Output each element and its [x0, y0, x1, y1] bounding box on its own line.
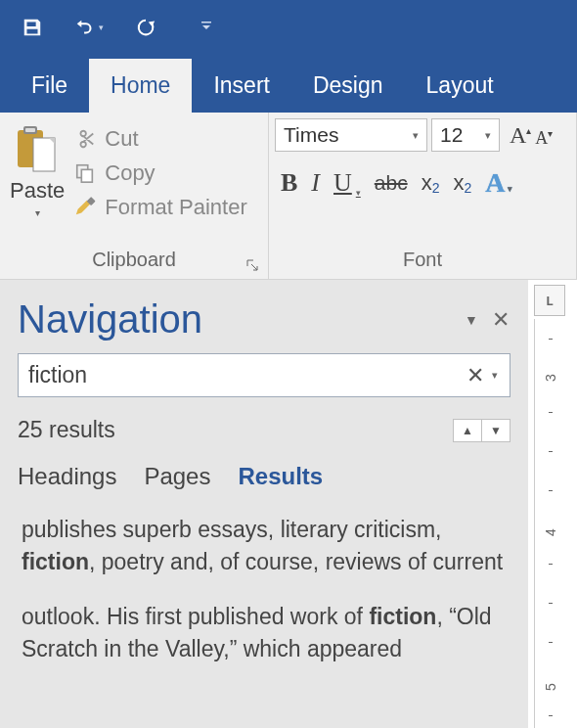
search-result-item[interactable]: publishes superb essays, literary critic… — [18, 514, 510, 579]
chevron-down-icon: ▾ — [508, 184, 512, 194]
clipboard-dialog-launcher[interactable] — [246, 257, 260, 271]
paste-button[interactable]: Paste ▾ — [10, 120, 65, 244]
nav-tab-results[interactable]: Results — [238, 463, 323, 490]
chevron-down-icon: ▾ — [356, 188, 361, 198]
redo-button[interactable] — [128, 10, 163, 45]
cut-button[interactable]: Cut — [74, 126, 247, 152]
undo-dropdown[interactable]: ▾ — [99, 23, 111, 32]
chevron-down-icon: ▾ — [485, 129, 491, 142]
vertical-ruler[interactable]: 3 4 5 — [534, 319, 565, 728]
text-effects-button[interactable]: A▾ — [485, 167, 512, 199]
format-painter-label: Format Painter — [105, 195, 247, 220]
clipboard-group-label: Clipboard — [0, 244, 268, 279]
svg-rect-0 — [33, 22, 35, 25]
superscript-button[interactable]: x2 — [453, 170, 471, 196]
save-icon — [22, 17, 43, 38]
chevron-down-icon — [200, 21, 212, 32]
navigation-close-button[interactable]: ✕ — [491, 307, 510, 333]
font-name-select[interactable]: Times ▾ — [275, 118, 427, 152]
search-box[interactable]: ✕ ▾ — [18, 353, 510, 397]
svg-rect-4 — [25, 128, 35, 132]
subscript-button[interactable]: x2 — [422, 170, 440, 196]
font-name-value: Times — [284, 123, 411, 147]
navigation-pane: Navigation ▼ ✕ ✕ ▾ 25 results ▲ ▼ Headin… — [0, 280, 528, 728]
copy-label: Copy — [105, 160, 155, 186]
launcher-icon — [246, 259, 258, 271]
clear-search-button[interactable]: ✕ — [461, 363, 490, 388]
underline-button[interactable]: U▾ — [333, 168, 361, 198]
svg-rect-5 — [33, 138, 55, 171]
nav-tab-headings[interactable]: Headings — [18, 463, 116, 490]
undo-icon — [74, 17, 96, 38]
results-count: 25 results — [18, 417, 453, 443]
paste-dropdown[interactable]: ▾ — [35, 207, 40, 218]
paste-label: Paste — [10, 178, 65, 204]
copy-icon — [74, 162, 96, 184]
group-clipboard: Paste ▾ Cut Copy Format Painter Clipboar… — [0, 113, 269, 279]
tab-design[interactable]: Design — [291, 59, 405, 113]
search-result-item[interactable]: outlook. His first published work of fic… — [18, 601, 510, 666]
ribbon-body: Paste ▾ Cut Copy Format Painter Clipboar… — [0, 113, 577, 280]
search-results-list: publishes superb essays, literary critic… — [18, 514, 510, 665]
tab-selector[interactable]: L — [534, 285, 565, 316]
next-result-button[interactable]: ▼ — [481, 419, 510, 442]
navigation-title: Navigation — [18, 297, 452, 341]
font-size-value: 12 — [440, 123, 483, 147]
nav-tab-pages[interactable]: Pages — [144, 463, 210, 490]
copy-button[interactable]: Copy — [74, 160, 247, 186]
search-options-dropdown[interactable]: ▾ — [490, 369, 500, 382]
group-font: Times ▾ 12 ▾ A▴ A▾ B I U▾ abc x2 x2 — [269, 113, 577, 279]
previous-result-button[interactable]: ▲ — [453, 419, 482, 442]
bold-button[interactable]: B — [281, 168, 297, 198]
font-size-select[interactable]: 12 ▾ — [431, 118, 500, 152]
tab-home[interactable]: Home — [89, 59, 192, 113]
shrink-font-button[interactable]: A▾ — [535, 128, 553, 149]
svg-rect-7 — [82, 169, 93, 182]
grow-font-button[interactable]: A▴ — [510, 122, 531, 149]
font-group-label: Font — [269, 244, 576, 279]
format-painter-button[interactable]: Format Painter — [74, 195, 247, 220]
paste-icon — [16, 124, 59, 175]
search-input[interactable] — [28, 362, 461, 388]
strikethrough-button[interactable]: abc — [375, 171, 408, 195]
tab-file[interactable]: File — [10, 59, 89, 113]
customize-qat-dropdown[interactable] — [200, 21, 212, 34]
tab-insert[interactable]: Insert — [192, 59, 291, 113]
italic-button[interactable]: I — [311, 168, 320, 198]
cut-label: Cut — [105, 126, 138, 152]
paintbrush-icon — [74, 197, 96, 218]
scissors-icon — [74, 128, 96, 150]
ribbon-tabs: File Home Insert Design Layout — [0, 54, 577, 113]
repeat-icon — [135, 17, 156, 38]
chevron-down-icon: ▾ — [413, 129, 419, 142]
svg-rect-1 — [201, 22, 211, 23]
quick-access-toolbar: ▾ — [0, 0, 577, 54]
navigation-options-dropdown[interactable]: ▼ — [462, 312, 481, 328]
save-button[interactable] — [15, 10, 50, 45]
tab-layout[interactable]: Layout — [405, 59, 515, 113]
undo-button[interactable] — [67, 10, 103, 45]
